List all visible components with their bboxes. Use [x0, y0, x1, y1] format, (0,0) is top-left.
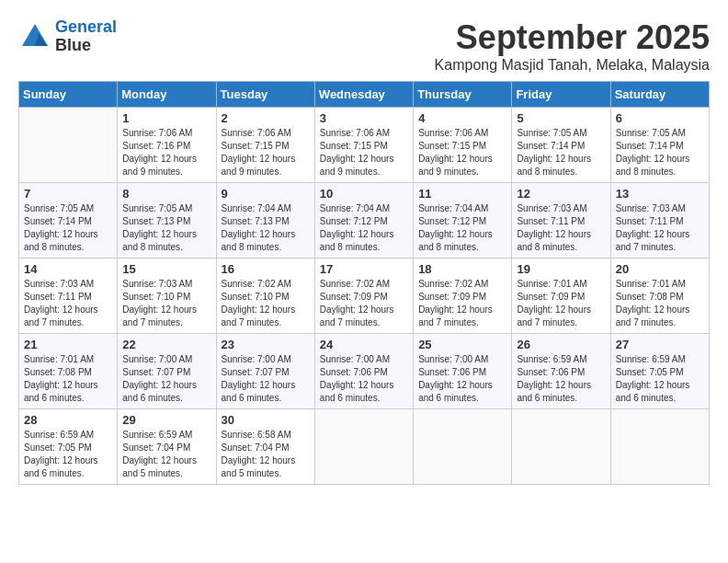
- day-number: 5: [517, 111, 605, 125]
- day-info: Sunrise: 7:03 AM Sunset: 7:10 PM Dayligh…: [122, 278, 210, 329]
- calendar-cell: 28Sunrise: 6:59 AM Sunset: 7:05 PM Dayli…: [19, 409, 118, 485]
- calendar-cell: 18Sunrise: 7:02 AM Sunset: 7:09 PM Dayli…: [414, 259, 512, 334]
- day-number: 8: [122, 187, 210, 201]
- day-info: Sunrise: 7:04 AM Sunset: 7:13 PM Dayligh…: [222, 202, 310, 254]
- calendar-cell: 23Sunrise: 7:00 AM Sunset: 7:07 PM Dayli…: [216, 334, 314, 409]
- day-info: Sunrise: 7:06 AM Sunset: 7:16 PM Dayligh…: [122, 127, 210, 178]
- day-number: 4: [418, 111, 506, 125]
- day-number: 23: [222, 338, 310, 351]
- day-number: 1: [122, 111, 210, 125]
- column-header-sunday: Sunday: [19, 82, 118, 108]
- day-number: 11: [418, 187, 506, 201]
- column-header-monday: Monday: [118, 82, 216, 108]
- day-info: Sunrise: 6:59 AM Sunset: 7:06 PM Dayligh…: [517, 353, 605, 405]
- calendar-cell: 6Sunrise: 7:05 AM Sunset: 7:14 PM Daylig…: [610, 108, 709, 183]
- day-info: Sunrise: 7:02 AM Sunset: 7:10 PM Dayligh…: [222, 278, 310, 329]
- day-info: Sunrise: 7:01 AM Sunset: 7:09 PM Dayligh…: [517, 278, 605, 329]
- calendar-cell: 26Sunrise: 6:59 AM Sunset: 7:06 PM Dayli…: [512, 334, 610, 409]
- day-info: Sunrise: 7:04 AM Sunset: 7:12 PM Dayligh…: [418, 202, 506, 254]
- day-info: Sunrise: 7:06 AM Sunset: 7:15 PM Dayligh…: [222, 127, 310, 178]
- day-number: 19: [517, 262, 605, 276]
- day-number: 12: [517, 187, 605, 201]
- day-info: Sunrise: 7:04 AM Sunset: 7:12 PM Dayligh…: [320, 202, 408, 254]
- calendar-cell: 12Sunrise: 7:03 AM Sunset: 7:11 PM Dayli…: [512, 183, 610, 259]
- day-number: 9: [222, 187, 310, 201]
- title-block: September 2025 Kampong Masjid Tanah, Mel…: [435, 18, 710, 74]
- day-number: 13: [616, 187, 704, 201]
- day-info: Sunrise: 7:02 AM Sunset: 7:09 PM Dayligh…: [320, 278, 408, 329]
- location-subtitle: Kampong Masjid Tanah, Melaka, Malaysia: [435, 57, 710, 74]
- column-header-saturday: Saturday: [610, 82, 709, 108]
- calendar-cell: 17Sunrise: 7:02 AM Sunset: 7:09 PM Dayli…: [314, 259, 413, 334]
- day-info: Sunrise: 7:00 AM Sunset: 7:06 PM Dayligh…: [418, 353, 506, 405]
- day-info: Sunrise: 7:01 AM Sunset: 7:08 PM Dayligh…: [24, 353, 112, 405]
- calendar-cell: 27Sunrise: 6:59 AM Sunset: 7:05 PM Dayli…: [610, 334, 709, 409]
- day-number: 6: [616, 111, 704, 125]
- calendar-cell: 20Sunrise: 7:01 AM Sunset: 7:08 PM Dayli…: [610, 259, 709, 334]
- logo: General Blue: [18, 18, 117, 55]
- day-number: 26: [517, 338, 605, 351]
- day-info: Sunrise: 7:05 AM Sunset: 7:14 PM Dayligh…: [24, 202, 112, 254]
- day-number: 27: [616, 338, 704, 351]
- calendar-cell: 21Sunrise: 7:01 AM Sunset: 7:08 PM Dayli…: [19, 334, 118, 409]
- calendar-header-row: SundayMondayTuesdayWednesdayThursdayFrid…: [19, 82, 710, 108]
- day-info: Sunrise: 7:05 AM Sunset: 7:14 PM Dayligh…: [517, 127, 605, 178]
- calendar-cell: 29Sunrise: 6:59 AM Sunset: 7:04 PM Dayli…: [118, 409, 216, 485]
- calendar-cell: 16Sunrise: 7:02 AM Sunset: 7:10 PM Dayli…: [216, 259, 314, 334]
- day-info: Sunrise: 7:03 AM Sunset: 7:11 PM Dayligh…: [616, 202, 704, 254]
- day-number: 18: [418, 262, 506, 276]
- day-number: 28: [24, 413, 112, 427]
- calendar-cell: 13Sunrise: 7:03 AM Sunset: 7:11 PM Dayli…: [610, 183, 709, 259]
- day-number: 25: [418, 338, 506, 351]
- calendar-cell: 14Sunrise: 7:03 AM Sunset: 7:11 PM Dayli…: [19, 259, 118, 334]
- calendar-cell: [512, 409, 610, 485]
- day-number: 17: [320, 262, 408, 276]
- calendar-cell: 2Sunrise: 7:06 AM Sunset: 7:15 PM Daylig…: [216, 108, 314, 183]
- calendar-week-row: 1Sunrise: 7:06 AM Sunset: 7:16 PM Daylig…: [19, 108, 710, 183]
- calendar-cell: 19Sunrise: 7:01 AM Sunset: 7:09 PM Dayli…: [512, 259, 610, 334]
- column-header-tuesday: Tuesday: [216, 82, 314, 108]
- day-number: 16: [222, 262, 310, 276]
- calendar-cell: 30Sunrise: 6:58 AM Sunset: 7:04 PM Dayli…: [216, 409, 314, 485]
- calendar-cell: 25Sunrise: 7:00 AM Sunset: 7:06 PM Dayli…: [414, 334, 512, 409]
- calendar-week-row: 21Sunrise: 7:01 AM Sunset: 7:08 PM Dayli…: [19, 334, 710, 409]
- day-info: Sunrise: 7:00 AM Sunset: 7:06 PM Dayligh…: [320, 353, 408, 405]
- day-info: Sunrise: 6:59 AM Sunset: 7:05 PM Dayligh…: [24, 429, 112, 480]
- day-number: 20: [616, 262, 704, 276]
- calendar-cell: 4Sunrise: 7:06 AM Sunset: 7:15 PM Daylig…: [414, 108, 512, 183]
- day-info: Sunrise: 7:01 AM Sunset: 7:08 PM Dayligh…: [616, 278, 704, 329]
- day-info: Sunrise: 7:06 AM Sunset: 7:15 PM Dayligh…: [320, 127, 408, 178]
- calendar-cell: 3Sunrise: 7:06 AM Sunset: 7:15 PM Daylig…: [314, 108, 413, 183]
- month-title: September 2025: [435, 18, 710, 57]
- day-number: 24: [320, 338, 408, 351]
- day-number: 30: [222, 413, 310, 427]
- logo-icon: [18, 20, 51, 53]
- calendar-cell: 11Sunrise: 7:04 AM Sunset: 7:12 PM Dayli…: [414, 183, 512, 259]
- day-info: Sunrise: 7:05 AM Sunset: 7:13 PM Dayligh…: [122, 202, 210, 254]
- day-number: 3: [320, 111, 408, 125]
- day-info: Sunrise: 6:58 AM Sunset: 7:04 PM Dayligh…: [222, 429, 310, 480]
- calendar-table: SundayMondayTuesdayWednesdayThursdayFrid…: [18, 81, 710, 485]
- calendar-cell: 1Sunrise: 7:06 AM Sunset: 7:16 PM Daylig…: [118, 108, 216, 183]
- logo-text: General Blue: [55, 18, 117, 55]
- calendar-cell: 22Sunrise: 7:00 AM Sunset: 7:07 PM Dayli…: [118, 334, 216, 409]
- day-number: 14: [24, 262, 112, 276]
- calendar-week-row: 7Sunrise: 7:05 AM Sunset: 7:14 PM Daylig…: [19, 183, 710, 259]
- calendar-cell: [610, 409, 709, 485]
- day-number: 7: [24, 187, 112, 201]
- day-info: Sunrise: 7:03 AM Sunset: 7:11 PM Dayligh…: [24, 278, 112, 329]
- page-header: General Blue September 2025 Kampong Masj…: [18, 18, 710, 74]
- day-number: 2: [222, 111, 310, 125]
- day-number: 21: [24, 338, 112, 351]
- day-info: Sunrise: 6:59 AM Sunset: 7:04 PM Dayligh…: [122, 429, 210, 480]
- day-number: 29: [122, 413, 210, 427]
- column-header-wednesday: Wednesday: [314, 82, 413, 108]
- calendar-cell: [19, 108, 118, 183]
- calendar-week-row: 28Sunrise: 6:59 AM Sunset: 7:05 PM Dayli…: [19, 409, 710, 485]
- day-info: Sunrise: 7:00 AM Sunset: 7:07 PM Dayligh…: [222, 353, 310, 405]
- calendar-cell: 15Sunrise: 7:03 AM Sunset: 7:10 PM Dayli…: [118, 259, 216, 334]
- calendar-cell: 10Sunrise: 7:04 AM Sunset: 7:12 PM Dayli…: [314, 183, 413, 259]
- day-info: Sunrise: 7:05 AM Sunset: 7:14 PM Dayligh…: [616, 127, 704, 178]
- calendar-week-row: 14Sunrise: 7:03 AM Sunset: 7:11 PM Dayli…: [19, 259, 710, 334]
- calendar-cell: [314, 409, 413, 485]
